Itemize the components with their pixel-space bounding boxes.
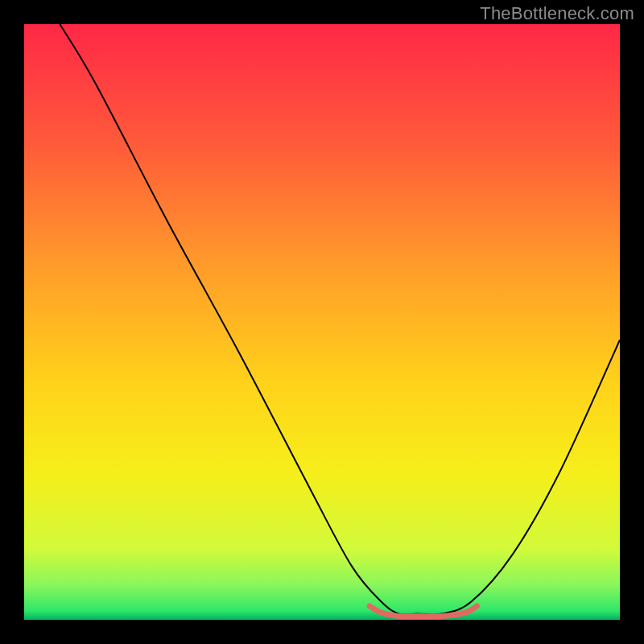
plot-area <box>24 24 620 620</box>
plot-svg <box>24 24 620 620</box>
chart-container: TheBottleneck.com <box>0 0 644 644</box>
gradient-background <box>24 24 620 620</box>
watermark-text: TheBottleneck.com <box>480 3 634 24</box>
